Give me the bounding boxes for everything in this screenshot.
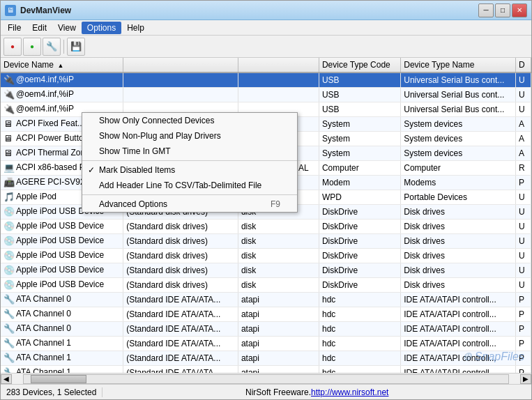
toolbar-btn-tool[interactable]: 🔧 [43, 38, 61, 56]
menu-edit[interactable]: Edit [26, 22, 52, 34]
row-icon: 💿 [3, 265, 15, 276]
table-cell-2 [238, 88, 319, 102]
table-cell-3: Computer [319, 161, 400, 176]
row-icon: 🖥 [3, 133, 15, 144]
table-cell-0: 💿Apple iPod USB Device [1, 263, 123, 278]
table-cell-5: U [515, 278, 531, 293]
table-cell-5: A [515, 117, 531, 132]
nirsoft-link[interactable]: http://www.nirsoft.net [311, 387, 388, 397]
table-cell-2: disk [238, 249, 319, 263]
menu-view[interactable]: View [52, 22, 82, 34]
table-row[interactable]: 🔧ATA Channel 0(Standard IDE ATA/ATA...at… [1, 293, 531, 307]
row-icon: 🔌 [3, 89, 15, 100]
dropdown-show-time[interactable]: Show Time In GMT [82, 144, 297, 159]
row-icon: 💿 [3, 221, 15, 232]
table-cell-1: (Standard disk drives) [123, 249, 238, 263]
table-cell-1: (Standard IDE ATA/ATA... [123, 337, 238, 351]
table-cell-2: atapi [238, 351, 319, 366]
table-row[interactable]: 🔧ATA Channel 0(Standard IDE ATA/ATA...at… [1, 307, 531, 322]
menu-file[interactable]: File [2, 22, 26, 34]
dropdown-add-header[interactable]: Add Header Line To CSV/Tab-Delimited Fil… [82, 178, 297, 193]
hscroll-left[interactable]: ◀ [1, 374, 12, 384]
row-icon: 📠 [3, 177, 15, 188]
col-header-description[interactable] [123, 58, 238, 72]
dropdown-show-non-plug[interactable]: Show Non-Plug and Play Drivers [82, 128, 297, 144]
table-cell-3: System [319, 117, 400, 132]
col-header-type-name[interactable]: Device Type Name [401, 58, 516, 72]
toolbar-btn-save[interactable]: 💾 [67, 38, 85, 56]
table-row[interactable]: 🔧ATA Channel 1(Standard IDE ATA/ATA...at… [1, 351, 531, 366]
table-row[interactable]: 🔧ATA Channel 1(Standard IDE ATA/ATA...at… [1, 366, 531, 374]
table-row[interactable]: 💿Apple iPod USB Device(Standard disk dri… [1, 249, 531, 263]
table-row[interactable]: 🔌@oem4.inf,%iPUSBUniversal Serial Bus co… [1, 72, 531, 88]
table-cell-4: Disk drives [401, 249, 516, 263]
table-cell-1: (Standard IDE ATA/ATA... [123, 366, 238, 374]
table-row[interactable]: 💿Apple iPod USB Device(Standard disk dri… [1, 263, 531, 278]
table-cell-0: 🔧ATA Channel 1 [1, 337, 123, 351]
row-icon: 💻 [3, 162, 15, 174]
row-icon: 🔧 [3, 367, 15, 373]
table-cell-0: 🔧ATA Channel 0 [1, 307, 123, 322]
table-cell-2 [238, 72, 319, 88]
device-table-container[interactable]: Device Name ▲ Device Type Code Device Ty… [1, 58, 531, 373]
table-cell-1: (Standard IDE ATA/ATA... [123, 307, 238, 322]
table-cell-4: Computer [401, 161, 516, 176]
table-row[interactable]: 💿Apple iPod USB Device(Standard disk dri… [1, 278, 531, 293]
table-cell-5: P [515, 337, 531, 351]
maximize-button[interactable]: □ [495, 3, 510, 17]
table-row[interactable]: 💿Apple iPod USB Device(Standard disk dri… [1, 220, 531, 234]
table-row[interactable]: 🔌@oem4.inf,%iPUSBUniversal Serial Bus co… [1, 88, 531, 102]
table-cell-4: Disk drives [401, 205, 516, 220]
table-cell-5: U [515, 205, 531, 220]
status-nirsoft-text: NirSoft Freeware. [245, 387, 311, 397]
table-cell-4: Modems [401, 176, 516, 190]
table-cell-3: Modem [319, 176, 400, 190]
hscroll-thumb[interactable] [31, 375, 86, 383]
table-row[interactable]: 🔧ATA Channel 0(Standard IDE ATA/ATA...at… [1, 322, 531, 337]
hscroll-right[interactable]: ▶ [520, 374, 531, 384]
table-cell-2: atapi [238, 307, 319, 322]
dropdown-mark-disabled[interactable]: Mark Disabled Items [82, 162, 297, 178]
table-cell-5: U [515, 263, 531, 278]
table-row[interactable]: 💿Apple iPod USB Device(Standard disk dri… [1, 234, 531, 249]
hscroll-track[interactable] [23, 374, 509, 384]
table-cell-3: DiskDrive [319, 278, 400, 293]
table-cell-3: hdc [319, 337, 400, 351]
close-button[interactable]: ✕ [512, 3, 527, 17]
table-cell-5: U [515, 72, 531, 88]
table-cell-2: disk [238, 263, 319, 278]
table-cell-3: USB [319, 102, 400, 117]
minimize-button[interactable]: ─ [478, 3, 494, 17]
dropdown-show-connected[interactable]: Show Only Connected Devices [82, 113, 297, 128]
col-header-driver[interactable] [238, 58, 319, 72]
table-cell-0: 🔌@oem4.inf,%iP [1, 72, 123, 88]
table-cell-3: hdc [319, 322, 400, 337]
app-icon: 🖥 [5, 5, 16, 16]
row-icon: 💿 [3, 206, 15, 217]
table-cell-5: A [515, 132, 531, 146]
table-cell-5: P [515, 307, 531, 322]
toolbar: ● ● 🔧 💾 [1, 36, 531, 58]
table-cell-3: hdc [319, 366, 400, 374]
col-header-d[interactable]: D [515, 58, 531, 72]
table-cell-5: U [515, 190, 531, 205]
table-cell-4: IDE ATA/ATAPI controll... [401, 366, 516, 374]
table-cell-3: DiskDrive [319, 249, 400, 263]
col-header-type-code[interactable]: Device Type Code [319, 58, 400, 72]
table-cell-3: DiskDrive [319, 263, 400, 278]
row-icon: 🔧 [3, 353, 15, 364]
toolbar-btn-red[interactable]: ● [3, 38, 22, 56]
row-icon: 💿 [3, 236, 15, 247]
table-cell-0: 🔧ATA Channel 1 [1, 366, 123, 374]
menu-help[interactable]: Help [121, 22, 150, 34]
menu-options[interactable]: Options [82, 22, 121, 34]
table-cell-0: 🔌@oem4.inf,%iP [1, 88, 123, 102]
table-row[interactable]: 🔧ATA Channel 1(Standard IDE ATA/ATA...at… [1, 337, 531, 351]
col-header-device-name[interactable]: Device Name ▲ [1, 58, 123, 72]
table-cell-3: DiskDrive [319, 234, 400, 249]
table-cell-1: (Standard IDE ATA/ATA... [123, 293, 238, 307]
toolbar-btn-green[interactable]: ● [23, 38, 41, 56]
dropdown-advanced[interactable]: Advanced Options F9 [82, 197, 297, 212]
title-bar: 🖥 DevManView ─ □ ✕ [1, 1, 531, 20]
horizontal-scrollbar[interactable]: ◀ ▶ [1, 373, 531, 384]
